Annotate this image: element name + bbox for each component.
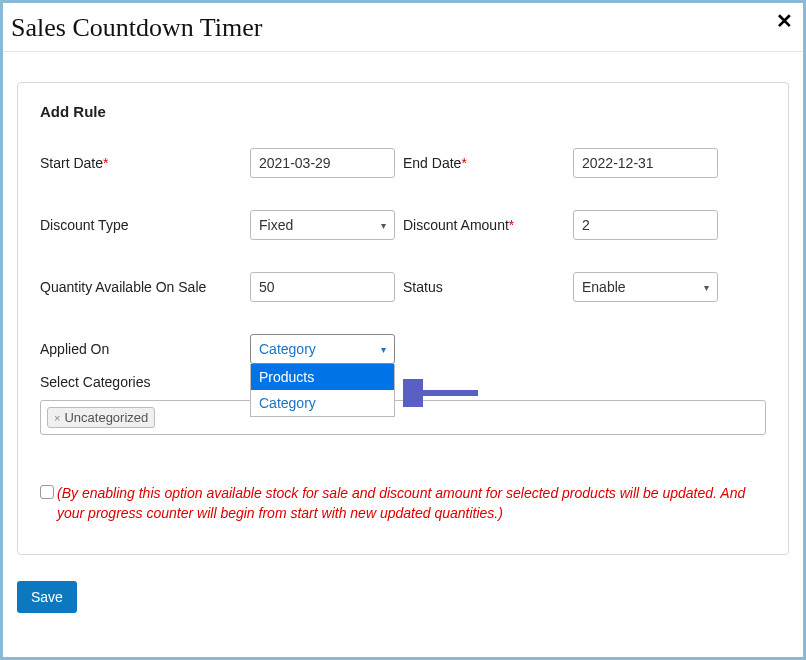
panel-title: Add Rule xyxy=(40,103,766,120)
chevron-down-icon: ▾ xyxy=(381,220,386,231)
category-tag-label: Uncategorized xyxy=(64,410,148,425)
add-rule-panel: Add Rule Start Date* End Date* Discount … xyxy=(17,82,789,555)
category-tag: × Uncategorized xyxy=(47,407,155,428)
select-categories-label: Select Categories xyxy=(40,374,766,390)
discount-amount-input[interactable] xyxy=(573,210,718,240)
status-label: Status xyxy=(403,279,573,295)
update-stock-checkbox[interactable] xyxy=(40,485,54,499)
start-date-input[interactable] xyxy=(250,148,395,178)
status-select[interactable]: Enable ▾ xyxy=(573,272,718,302)
remove-tag-icon[interactable]: × xyxy=(54,412,60,424)
quantity-label: Quantity Available On Sale xyxy=(40,279,250,295)
discount-amount-label: Discount Amount* xyxy=(403,217,573,233)
close-icon[interactable]: ✕ xyxy=(776,9,793,33)
notice-text: (By enabling this option available stock… xyxy=(57,483,766,524)
applied-on-select[interactable]: Category ▾ xyxy=(250,334,395,364)
discount-type-select[interactable]: Fixed ▾ xyxy=(250,210,395,240)
quantity-input[interactable] xyxy=(250,272,395,302)
discount-type-label: Discount Type xyxy=(40,217,250,233)
end-date-label: End Date* xyxy=(403,155,573,171)
applied-on-label: Applied On xyxy=(40,341,250,357)
chevron-down-icon: ▾ xyxy=(381,344,386,355)
dropdown-option-products[interactable]: Products xyxy=(251,364,394,390)
dropdown-option-category[interactable]: Category xyxy=(251,390,394,416)
end-date-input[interactable] xyxy=(573,148,718,178)
page-title: Sales Countdown Timer xyxy=(11,13,795,43)
save-button[interactable]: Save xyxy=(17,581,77,613)
start-date-label: Start Date* xyxy=(40,155,250,171)
chevron-down-icon: ▾ xyxy=(704,282,709,293)
select-categories-input[interactable]: × Uncategorized xyxy=(40,400,766,435)
applied-on-dropdown: Products Category xyxy=(250,364,395,417)
